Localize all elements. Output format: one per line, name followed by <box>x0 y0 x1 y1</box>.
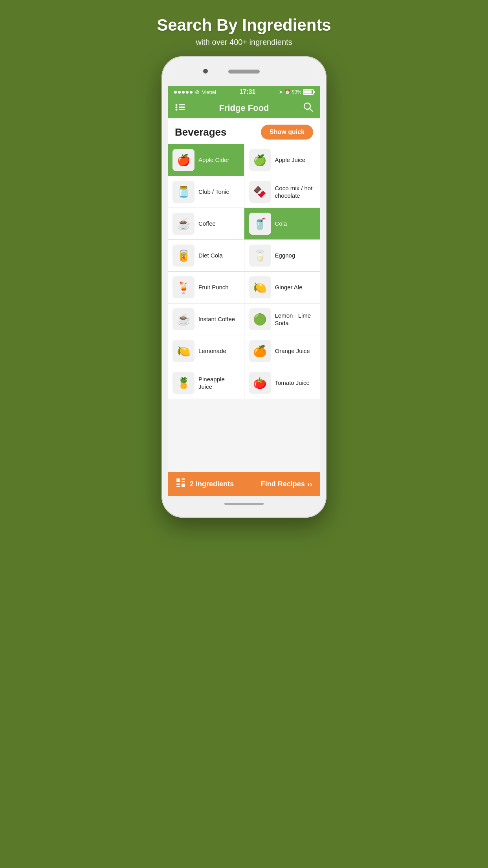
item-label: Tomato Juice <box>275 379 310 387</box>
phone-camera <box>203 69 208 74</box>
svg-rect-9 <box>182 478 185 480</box>
carrier-label: Viettel <box>202 89 216 95</box>
item-image: 🍎 <box>172 149 194 171</box>
section-header: Beverages Show quick <box>168 118 320 144</box>
grid-item[interactable]: 🥛Eggnog <box>244 240 321 271</box>
item-label: Apple Juice <box>275 156 306 164</box>
item-label: Coco mix / hot chocolate <box>275 184 316 200</box>
battery-percent: 93% <box>292 89 301 95</box>
grid-item[interactable]: 🍋Ginger Ale <box>244 272 321 303</box>
item-label: Diet Cola <box>198 252 223 259</box>
item-image: 🍍 <box>172 372 194 394</box>
grid-item[interactable]: 🟢Lemon - Lime Soda <box>244 303 321 335</box>
phone-bottom-bezel <box>168 496 320 511</box>
alarm-icon: ⏰ <box>284 89 290 95</box>
item-label: Ginger Ale <box>275 283 303 291</box>
item-image: 🍊 <box>249 340 271 362</box>
item-label: Pineapple Juice <box>198 375 239 391</box>
grid-item[interactable]: ☕Instant Coffee <box>168 303 244 335</box>
grid-item[interactable]: 🫙Club / Tonic <box>168 176 244 208</box>
svg-rect-11 <box>176 484 180 485</box>
search-icon[interactable] <box>303 102 313 114</box>
status-right: ➤ ⏰ 93% <box>279 89 314 95</box>
item-label: Lemon - Lime Soda <box>275 312 316 327</box>
grid-item[interactable]: 🍋Lemonade <box>168 335 244 367</box>
grid-item[interactable]: 🥫Diet Cola <box>168 240 244 271</box>
item-image: 🍏 <box>249 149 271 171</box>
ingredients-section: 2 Ingredients <box>176 478 234 490</box>
svg-point-0 <box>176 104 178 106</box>
svg-rect-12 <box>176 486 180 487</box>
item-image: 🍹 <box>172 276 194 298</box>
location-icon: ➤ <box>279 89 283 95</box>
grid-item[interactable]: 🍹Fruit Punch <box>168 272 244 303</box>
nav-bar: Fridge Food <box>168 98 320 118</box>
item-label: Cola <box>275 220 287 228</box>
grid-item[interactable]: ☕Coffee <box>168 208 244 239</box>
phone-speaker <box>228 70 260 74</box>
wifi-icon: ⊚ <box>195 89 200 95</box>
svg-rect-5 <box>179 109 185 110</box>
item-image: 🫙 <box>172 181 194 203</box>
svg-rect-3 <box>179 107 185 108</box>
items-grid: 🍎Apple Cider🍏Apple Juice🫙Club / Tonic🍫Co… <box>168 144 320 399</box>
item-label: Instant Coffee <box>198 315 235 323</box>
ingredients-icon <box>176 478 186 490</box>
status-left: ⊚ Viettel <box>174 89 216 95</box>
item-image: 🥛 <box>249 245 271 267</box>
item-label: Coffee <box>198 220 216 228</box>
svg-rect-10 <box>182 481 185 482</box>
item-label: Eggnog <box>275 252 295 259</box>
show-quick-button[interactable]: Show quick <box>261 125 313 140</box>
item-image: 🥫 <box>172 245 194 267</box>
svg-point-2 <box>176 106 178 108</box>
phone-frame: ⊚ Viettel 17:31 ➤ ⏰ 93% <box>161 56 327 518</box>
nav-title: Fridge Food <box>219 103 269 113</box>
grid-item[interactable]: 🍫Coco mix / hot chocolate <box>244 176 321 208</box>
item-image: 🟢 <box>249 308 271 330</box>
bottom-bar[interactable]: 2 Ingredients Find Recipes ›› <box>168 472 320 496</box>
page-title: Search By Ingredients <box>157 16 331 35</box>
item-label: Club / Tonic <box>198 188 229 196</box>
content-area: Beverages Show quick 🍎Apple Cider🍏Apple … <box>168 118 320 472</box>
home-indicator <box>224 503 264 505</box>
page-subtitle: with over 400+ ingrendients <box>196 38 292 47</box>
phone-top-bezel <box>168 63 320 86</box>
svg-rect-8 <box>176 478 180 482</box>
item-label: Fruit Punch <box>198 283 229 291</box>
grid-item[interactable]: 🍏Apple Juice <box>244 144 321 176</box>
item-image: 🥤 <box>249 213 271 235</box>
item-image: 🍋 <box>172 340 194 362</box>
item-label: Lemonade <box>198 347 226 355</box>
svg-rect-13 <box>182 484 185 487</box>
battery-icon <box>303 89 314 95</box>
item-image: 🍫 <box>249 181 271 203</box>
svg-line-7 <box>310 108 312 111</box>
grid-item[interactable]: 🍊Orange Juice <box>244 335 321 367</box>
item-label: Apple Cider <box>198 156 229 164</box>
chevron-right-icon: ›› <box>307 480 312 489</box>
status-bar: ⊚ Viettel 17:31 ➤ ⏰ 93% <box>168 86 320 98</box>
section-title: Beverages <box>175 126 227 138</box>
grid-item[interactable]: 🍍Pineapple Juice <box>168 367 244 399</box>
ingredients-count: 2 Ingredients <box>190 480 234 488</box>
phone-screen: ⊚ Viettel 17:31 ➤ ⏰ 93% <box>168 63 320 511</box>
find-recipes-label: Find Recipes <box>261 480 305 488</box>
grid-item[interactable]: 🍎Apple Cider <box>168 144 244 176</box>
time-display: 17:31 <box>239 88 255 96</box>
item-label: Orange Juice <box>275 347 310 355</box>
menu-icon[interactable] <box>175 103 185 113</box>
item-image: 🍋 <box>249 276 271 298</box>
item-image: ☕ <box>172 308 194 330</box>
signal-dots <box>174 91 193 94</box>
find-recipes-section[interactable]: Find Recipes ›› <box>261 480 312 489</box>
svg-rect-1 <box>179 104 185 105</box>
item-image: ☕ <box>172 213 194 235</box>
svg-point-4 <box>176 108 178 110</box>
grid-item[interactable]: 🥤Cola <box>244 208 321 239</box>
grid-item[interactable]: 🍅Tomato Juice <box>244 367 321 399</box>
item-image: 🍅 <box>249 372 271 394</box>
